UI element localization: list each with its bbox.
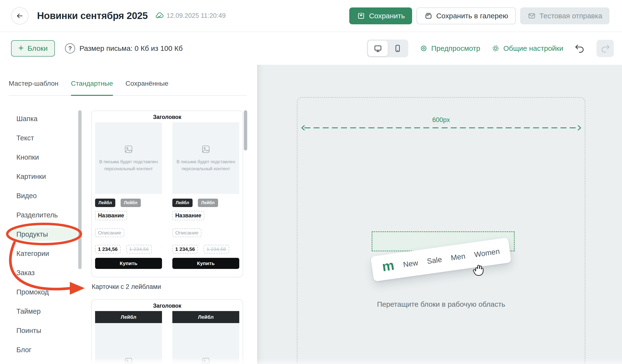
nav-item-new: New (403, 259, 419, 269)
back-button[interactable] (11, 7, 28, 25)
undo-icon (574, 43, 585, 54)
category-video[interactable]: Видео (0, 186, 83, 205)
save-icon (356, 11, 366, 20)
product-description-field: Описание (172, 229, 201, 237)
category-text[interactable]: Текст (0, 128, 83, 148)
toolbar-right: Предпросмотр Общие настройки (367, 39, 614, 57)
width-arrow (300, 124, 582, 132)
product-name-field: Название (172, 211, 204, 220)
preview-link[interactable]: Предпросмотр (419, 44, 480, 53)
saved-status: 12.09.2025 11:20:49 (155, 11, 226, 20)
buy-button: Купить (172, 258, 239, 269)
email-work-area[interactable] (297, 97, 585, 364)
template-caption: Карточки с 2 лейблами (92, 283, 243, 290)
placeholder-text: В письма будет подставлен персональный к… (176, 158, 236, 172)
save-button[interactable]: Сохранить (349, 7, 412, 24)
template-card-products-label-bar[interactable]: Заголовок Лейбл Лейбл (91, 299, 243, 364)
page-title: Новинки сентября 2025 (37, 10, 148, 21)
image-placeholder (95, 323, 162, 364)
redo-button[interactable] (597, 40, 614, 57)
desktop-view-toggle[interactable] (368, 41, 388, 56)
category-products[interactable]: Продукты (0, 225, 83, 244)
image-placeholder-icon (123, 356, 134, 364)
image-placeholder: В письма будет подставлен персональный к… (95, 122, 162, 194)
category-categories[interactable]: Категории (0, 244, 83, 263)
category-order[interactable]: Заказ (0, 263, 83, 282)
nav-item-women: Women (474, 247, 500, 259)
gallery-icon (424, 12, 433, 20)
block-categories: Шапка Текст Кнопки Картинки Видео Раздел… (0, 109, 83, 359)
template-card-products-2-labels[interactable]: Заголовок В письма будет подставлен перс… (91, 111, 243, 277)
image-placeholder-icon (200, 144, 211, 154)
product-column: Лейбл (172, 311, 239, 364)
category-timer[interactable]: Таймер (0, 302, 83, 321)
category-points[interactable]: Поинты (0, 321, 83, 340)
tab-saved[interactable]: Сохранённые (125, 80, 168, 96)
label-badge-gray: Лейбл (121, 199, 141, 207)
header-actions: Сохранить Сохранить в галерею (349, 7, 609, 24)
tab-master-template[interactable]: Мастер-шаблон (9, 80, 58, 96)
test-send-button[interactable]: Тестовая отправка (520, 7, 609, 24)
template-title: Заголовок (95, 114, 239, 120)
undo-button[interactable] (574, 43, 585, 54)
email-size-info: ? Размер письма: 0 Кб из 100 Кб (65, 43, 183, 54)
category-promocode[interactable]: Промокод (0, 282, 83, 302)
blocks-list-scrollbar[interactable] (244, 110, 247, 151)
arrow-left-icon (16, 12, 24, 20)
mobile-view-toggle[interactable] (388, 41, 408, 56)
help-icon[interactable]: ? (65, 43, 75, 54)
editor-canvas[interactable]: 600px m New Sale Men Women Перетащите бл… (257, 65, 622, 364)
placeholder-text: В письма будет подставлен персональный к… (98, 158, 159, 172)
nav-item-men: Men (450, 252, 466, 262)
save-to-gallery-button[interactable]: Сохранить в галерею (416, 7, 516, 24)
product-name-field: Название (95, 211, 127, 220)
cloud-check-icon (155, 11, 164, 20)
product-old-price-field: 1 234,56 (204, 245, 229, 253)
desktop-icon (373, 44, 383, 53)
email-builder-app: Новинки сентября 2025 12.09.2025 11:20:4… (0, 0, 622, 364)
product-old-price-field: 1 234,56 (126, 245, 152, 253)
drop-hint-text: Перетащите блоки в рабочую область (297, 300, 585, 308)
image-placeholder-icon (200, 356, 211, 364)
label-badge-dark: Лейбл (95, 199, 115, 207)
category-images[interactable]: Картинки (0, 167, 83, 186)
product-price-field: 1 234,56 (95, 245, 121, 253)
product-price-field: 1 234,56 (172, 245, 198, 253)
category-header[interactable]: Шапка (0, 109, 83, 128)
image-placeholder: В письма будет подставлен персональный к… (172, 122, 239, 194)
redo-icon (600, 43, 610, 54)
category-buttons[interactable]: Кнопки (0, 148, 83, 167)
category-divider[interactable]: Разделитель (0, 205, 83, 225)
categories-scrollbar[interactable] (78, 110, 82, 269)
last-saved-timestamp: 12.09.2025 11:20:49 (167, 12, 226, 19)
nav-item-sale: Sale (427, 255, 442, 266)
mobile-icon (393, 44, 402, 53)
blocks-panel: Мастер-шаблон Стандартные Сохранённые Ша… (0, 65, 257, 364)
toolbar: + Блоки ? Размер письма: 0 Кб из 100 Кб (0, 32, 622, 65)
product-column: В письма будет подставлен персональный к… (172, 122, 239, 269)
general-settings-link[interactable]: Общие настройки (491, 44, 563, 53)
category-blog[interactable]: Блог (0, 340, 83, 359)
grab-cursor-icon (472, 263, 485, 277)
label-bar: Лейбл (172, 311, 239, 323)
label-bar: Лейбл (95, 311, 162, 323)
mail-icon (527, 12, 536, 20)
plus-icon: + (18, 43, 24, 53)
product-description-field: Описание (95, 229, 124, 237)
settings-gear-icon (491, 44, 500, 53)
device-toggle (367, 39, 408, 57)
blocks-button[interactable]: + Блоки (11, 40, 55, 57)
buy-button: Купить (95, 258, 162, 269)
product-column: Лейбл (95, 311, 162, 364)
email-width-label: 600px (297, 116, 585, 124)
image-placeholder (172, 323, 239, 364)
header: Новинки сентября 2025 12.09.2025 11:20:4… (0, 0, 622, 32)
product-column: В письма будет подставлен персональный к… (95, 122, 162, 269)
blocks-list: Заголовок В письма будет подставлен перс… (91, 65, 243, 364)
label-badge-dark: Лейбл (172, 199, 193, 207)
email-size-label: Размер письма: 0 Кб из 100 Кб (79, 44, 183, 53)
image-placeholder-icon (123, 144, 134, 154)
brand-logo-m: m (381, 259, 395, 273)
tab-standard[interactable]: Стандартные (71, 80, 113, 96)
template-title: Заголовок (95, 303, 239, 309)
